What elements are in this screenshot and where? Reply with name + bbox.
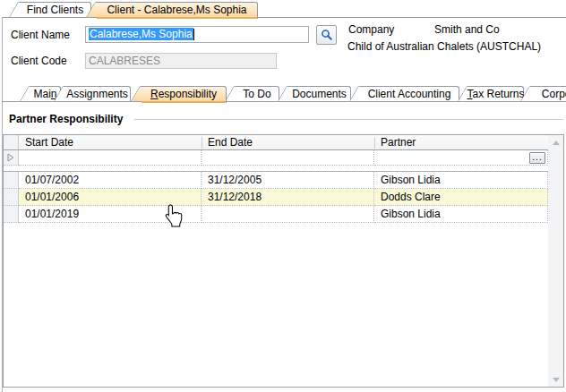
group-title-rule bbox=[134, 119, 563, 120]
company-label: Company bbox=[348, 24, 394, 36]
hand-pointer-icon bbox=[165, 204, 183, 227]
cell-end-date[interactable]: 31/12/2018 bbox=[202, 189, 374, 206]
new-row-separator-band bbox=[4, 166, 548, 172]
new-row-partner-cell[interactable]: ... bbox=[374, 150, 548, 166]
client-name-input[interactable]: Calabrese,Ms Sophia bbox=[85, 26, 309, 43]
new-row-end-date-cell[interactable] bbox=[202, 150, 374, 166]
parent-client-note: Child of Australian Chalets (AUSTCHAL) bbox=[347, 41, 541, 53]
subtab-assignments[interactable]: Assignments bbox=[64, 86, 131, 101]
subtab-baseline bbox=[2, 101, 566, 102]
client-code-value: CALABRESES bbox=[89, 55, 160, 67]
cell-partner[interactable]: Gibson Lidia bbox=[374, 172, 548, 189]
scroll-up-button[interactable] bbox=[548, 135, 563, 149]
subtab-assignments-label: Assignments bbox=[66, 88, 128, 100]
cell-partner[interactable]: Dodds Clare bbox=[374, 189, 548, 206]
cell-start-date[interactable]: 01/07/2002 bbox=[19, 172, 202, 189]
grid-header-row: Start Date End Date Partner bbox=[4, 135, 548, 150]
subtab-tax-returns-label: Tax Returns bbox=[467, 88, 524, 100]
table-row[interactable]: 01/01/2019 Gibson Lidia bbox=[4, 206, 548, 223]
subtab-to-do[interactable]: To Do bbox=[236, 86, 279, 101]
grid-corner-cell[interactable] bbox=[4, 135, 19, 149]
scroll-up-arrow-icon bbox=[553, 141, 560, 145]
client-search-button[interactable] bbox=[316, 25, 337, 45]
subtab-tax-returns[interactable]: Tax Returns bbox=[468, 86, 524, 101]
subtab-corporate[interactable]: Corporate bbox=[531, 86, 566, 101]
client-name-value: Calabrese,Ms Sophia bbox=[89, 28, 193, 40]
tab-find-clients[interactable]: Find Clients bbox=[20, 2, 91, 17]
subtab-responsibility[interactable]: Responsibility bbox=[142, 86, 227, 103]
current-row-marker-cell[interactable] bbox=[4, 150, 19, 166]
subtab-corporate-label: Corporate bbox=[542, 88, 566, 100]
subtab-documents-label: Documents bbox=[292, 88, 347, 100]
scroll-down-arrow-icon bbox=[553, 378, 560, 382]
tab-client-calabrese[interactable]: Client - Calabrese,Ms Sophia bbox=[97, 2, 258, 19]
partner-lookup-button[interactable]: ... bbox=[529, 152, 545, 164]
company-value: Smith and Co bbox=[434, 24, 500, 36]
new-row[interactable]: ... bbox=[4, 150, 548, 166]
client-code-field[interactable]: CALABRESES bbox=[85, 53, 277, 69]
row-selector-cell[interactable] bbox=[4, 172, 19, 189]
row-selector-cell[interactable] bbox=[4, 189, 19, 206]
cell-end-date[interactable]: 31/12/2005 bbox=[202, 172, 374, 189]
vertical-scrollbar[interactable] bbox=[548, 135, 563, 387]
row-pointer-icon bbox=[7, 153, 14, 162]
row-selector-cell[interactable] bbox=[4, 206, 19, 223]
magnifier-icon bbox=[321, 29, 333, 41]
tab-find-clients-label: Find Clients bbox=[27, 4, 83, 16]
header-separator bbox=[374, 137, 375, 149]
subtab-documents[interactable]: Documents bbox=[288, 86, 351, 101]
new-row-start-date-cell[interactable] bbox=[19, 150, 202, 166]
subtab-main-label: Main bbox=[33, 88, 56, 100]
panel-left-border bbox=[2, 17, 3, 392]
subtab-client-accounting[interactable]: Client Accounting bbox=[360, 86, 459, 101]
subtab-to-do-label: To Do bbox=[243, 88, 270, 100]
subtab-client-accounting-label: Client Accounting bbox=[368, 88, 451, 100]
column-header-end-date[interactable]: End Date bbox=[202, 135, 374, 149]
cell-end-date[interactable] bbox=[202, 206, 374, 223]
responsibility-grid: Start Date End Date Partner ... 01/07/20… bbox=[3, 134, 564, 388]
client-code-label: Client Code bbox=[11, 55, 67, 67]
header-separator bbox=[202, 137, 202, 149]
column-header-start-date[interactable]: Start Date bbox=[19, 135, 202, 149]
client-name-label: Client Name bbox=[11, 30, 70, 41]
text-caret bbox=[193, 29, 194, 40]
table-row[interactable]: 01/01/2006 31/12/2018 Dodds Clare bbox=[4, 189, 548, 206]
panel-top-border bbox=[2, 17, 566, 18]
subtab-responsibility-label: Responsibility bbox=[150, 88, 217, 100]
scroll-down-button[interactable] bbox=[548, 372, 563, 387]
column-header-partner[interactable]: Partner bbox=[374, 135, 548, 149]
group-title: Partner Responsibility bbox=[9, 113, 123, 125]
table-row[interactable]: 01/07/2002 31/12/2005 Gibson Lidia bbox=[4, 172, 548, 189]
tab-client-calabrese-label: Client - Calabrese,Ms Sophia bbox=[107, 4, 246, 16]
cell-partner[interactable]: Gibson Lidia bbox=[374, 206, 548, 223]
